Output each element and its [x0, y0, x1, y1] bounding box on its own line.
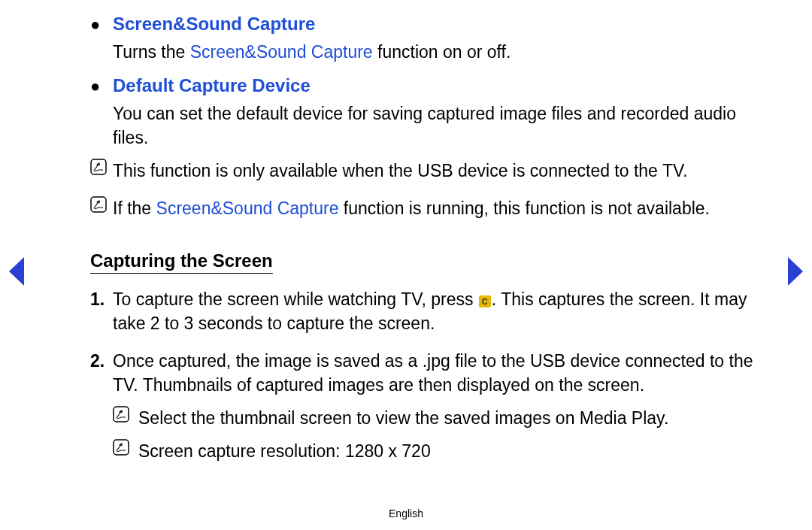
- remote-c-button-icon: C: [479, 295, 491, 307]
- bullet-title: Default Capture Device: [113, 73, 311, 98]
- bullet-dot-icon: ●: [90, 73, 113, 98]
- footer-language-label: English: [0, 507, 812, 519]
- note-text: Screen capture resolution: 1280 x 720: [138, 439, 431, 463]
- note-row: Select the thumbnail screen to view the …: [113, 406, 767, 430]
- nav-previous-button[interactable]: [6, 256, 27, 287]
- svg-rect-1: [91, 197, 106, 212]
- svg-rect-3: [114, 440, 129, 455]
- step-text: To capture the screen while watching TV,…: [113, 287, 767, 335]
- bullet-dot-icon: ●: [90, 11, 113, 37]
- numbered-step-1: 1. To capture the screen while watching …: [90, 287, 767, 335]
- note-text: This function is only available when the…: [113, 159, 688, 183]
- text-fragment: If the: [113, 198, 156, 218]
- note-row: Screen capture resolution: 1280 x 720: [113, 439, 767, 463]
- note-text: Select the thumbnail screen to view the …: [138, 406, 668, 430]
- step-text: Once captured, the image is saved as a .…: [113, 349, 767, 397]
- svg-marker-5: [788, 257, 803, 286]
- note-icon: [113, 406, 138, 430]
- step-marker: 2.: [90, 349, 113, 397]
- text-fragment: function is running, this function is no…: [338, 198, 710, 218]
- note-icon: [113, 439, 138, 463]
- inline-link-text: Screen&Sound Capture: [156, 198, 339, 218]
- note-text: If the Screen&Sound Capture function is …: [113, 196, 710, 220]
- step-marker: 1.: [90, 287, 113, 335]
- bullet-description: Turns the Screen&Sound Capture function …: [113, 40, 767, 64]
- svg-marker-4: [9, 257, 24, 286]
- inline-link-text: Screen&Sound Capture: [190, 42, 373, 62]
- text-fragment: function on or off.: [373, 42, 511, 62]
- text-fragment: Turns the: [113, 42, 190, 62]
- bullet-item-screen-sound-capture: ● Screen&Sound Capture: [90, 11, 767, 37]
- note-row: If the Screen&Sound Capture function is …: [90, 196, 767, 220]
- bullet-title: Screen&Sound Capture: [113, 11, 315, 37]
- text-fragment: To capture the screen while watching TV,…: [113, 289, 478, 309]
- nav-next-button[interactable]: [785, 256, 806, 287]
- bullet-description: You can set the default device for savin…: [113, 101, 767, 150]
- svg-rect-2: [114, 407, 129, 422]
- subheading-capturing-screen: Capturing the Screen: [90, 250, 273, 274]
- manual-page: ● Screen&Sound Capture Turns the Screen&…: [0, 0, 812, 530]
- svg-rect-0: [91, 159, 106, 174]
- note-icon: [90, 159, 113, 183]
- note-icon: [90, 196, 113, 220]
- note-row: This function is only available when the…: [90, 159, 767, 183]
- bullet-item-default-capture-device: ● Default Capture Device: [90, 73, 767, 98]
- numbered-step-2: 2. Once captured, the image is saved as …: [90, 349, 767, 397]
